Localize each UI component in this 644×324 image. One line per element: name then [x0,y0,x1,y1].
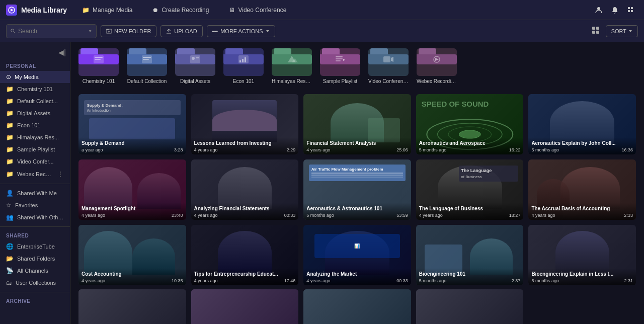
folder-default-collection[interactable]: Default Collection [127,48,167,84]
video-card-management-spotlight[interactable]: Management Spotlight 4 years ago 23:40 [78,159,186,220]
video-card-partial-4[interactable] [416,289,524,324]
sidebar-item-sample-playlist[interactable]: 📁 Sample Playlist [0,143,70,155]
upload-button[interactable]: UPLOAD [160,25,202,37]
enterprise-tube-label: EnterpriseTube [17,244,55,250]
svg-rect-25 [143,57,151,58]
video-card-aeronautics-explain[interactable]: Aeronautics Explain by John Coll... 5 mo… [528,94,636,154]
video-duration: 23:40 [172,213,183,218]
video-card-financial-statement[interactable]: Financial Statement Analysis 4 years ago… [303,94,411,154]
sidebar-item-user-collections[interactable]: 🗂 User Collections [0,277,70,289]
new-folder-button[interactable]: NEW FOLDER [101,25,156,37]
enterprise-icon: 🌐 [6,243,14,250]
video-title: Analyzing Financial Statements [194,206,296,212]
search-box[interactable] [6,24,97,38]
upload-icon [166,28,172,34]
folder-name: Video Conference Rec... [368,78,409,84]
favorites-label: Favorites [15,202,38,208]
folder-webex-recordings[interactable]: Webex Recordings [417,48,457,84]
sidebar-item-shared-with-others[interactable]: 👥 Shared With Others [0,211,70,223]
video-card-aeronautics-aerospace[interactable]: SPEED OF SOUND Aeronautics and Aerospace… [416,94,524,154]
svg-rect-27 [190,55,200,63]
video-card-analyzing-market[interactable]: 📊 Analyzing the Market 4 years ago 00:33 [303,225,411,285]
sidebar-item-digital-assets[interactable]: 📁 Digital Assets [0,107,70,119]
toolbar-right: SORT [590,24,638,38]
video-date: 5 months ago [531,147,559,152]
video-confer-label: Video Confer... [17,158,54,165]
svg-rect-22 [95,57,103,58]
svg-marker-41 [391,57,393,62]
video-conference-button[interactable]: 🖥 Video Conference [224,4,291,16]
create-recording-button[interactable]: ⏺ Create Recording [147,4,214,16]
folder-chemistry-101[interactable]: Chemistry 101 [78,48,119,84]
sidebar-divider-2 [0,226,70,227]
sidebar-item-my-media[interactable]: ⊙ My Media [0,71,70,83]
sidebar-divider-3 [0,292,70,292]
sidebar-item-shared-with-me[interactable]: 👤 Shared With Me [0,187,70,199]
video-date: 4 years ago [419,213,443,218]
user-icon-button[interactable] [592,3,606,17]
video-card-partial-3[interactable] [303,289,411,324]
sidebar-item-video-confer[interactable]: 📁 Video Confer... [0,155,70,168]
video-date: 4 years ago [531,213,555,218]
sidebar-item-econ-101[interactable]: 📁 Econ 101 [0,119,70,131]
video-card-aeronautics-astronautics[interactable]: Air Traffic Flow Management problem Aero… [303,159,411,220]
video-card-lessons-investing[interactable]: Lessons Learned from Investing 4 years a… [191,94,299,154]
nav-right-actions [592,3,638,17]
svg-line-8 [14,32,15,33]
video-card-analyzing-financial[interactable]: Analyzing Financial Statements 4 years a… [191,159,299,220]
sidebar-item-more-icon[interactable]: ⋮ [57,170,64,178]
video-duration: 10:35 [172,278,183,283]
video-card-cost-accounting[interactable]: Cost Accounting 4 years ago 10:35 [78,225,186,285]
folder-video-conference-rec[interactable]: Video Conference Rec... [368,48,409,84]
video-card-partial-1[interactable] [78,289,186,324]
folder-econ-101[interactable]: Econ 101 [223,48,264,84]
folder-icon: 📁 [6,98,14,105]
sidebar-item-default-collect[interactable]: 📁 Default Collect... [0,95,70,107]
video-card-language-business[interactable]: The Language of Business The Language of… [416,159,524,220]
folder-digital-assets[interactable]: Digital Assets [175,48,215,84]
sidebar-collapse-button[interactable]: ◀| [58,48,66,56]
apps-grid-button[interactable] [624,3,638,17]
video-title: Aeronautics Explain by John Coll... [531,140,633,146]
svg-rect-4 [631,7,633,9]
folder-sample-playlist[interactable]: Sample Playlist [320,48,360,84]
sidebar-divider-1 [0,184,70,184]
search-input[interactable] [18,28,85,35]
video-date: 4 years ago [194,278,218,283]
grid-view-button[interactable] [590,24,602,38]
video-card-accrual-basis[interactable]: The Accrual Basis of Accounting 4 years … [528,159,636,220]
folders-grid: Chemistry 101 Default Collection [78,48,636,84]
video-card-supply-demand[interactable]: Supply & Demand: An Introduction Supply … [78,94,186,154]
manage-media-button[interactable]: 📁 Manage Media [77,4,137,16]
folder-thumb [78,48,119,76]
folder-name: Digital Assets [180,78,210,84]
sidebar-item-webex-recor[interactable]: 📁 Webex Recor... ⋮ [0,168,70,181]
folder-himalayas[interactable]: Himalayas Restored [272,48,312,84]
video-duration: 18:27 [509,213,521,218]
sidebar-item-shared-folders[interactable]: 📂 Shared Folders [0,253,70,265]
video-card-tips-entrepreneurship[interactable]: Tips for Entrepreneurship Educat... 4 ye… [191,225,299,285]
sort-button[interactable]: SORT [606,25,638,37]
video-card-bioengineering-explain[interactable]: Bioengineering Explain in Less t... 5 mo… [528,225,636,285]
more-actions-button[interactable]: ••• MORE ACTIONS [207,25,275,37]
svg-point-28 [192,57,195,60]
folder-icon: 📁 [6,158,14,165]
folder-icon: 📁 [6,171,14,178]
sidebar-item-all-channels[interactable]: 📡 All Channels [0,265,70,277]
video-title: Supply & Demand [82,140,183,146]
shared-with-others-label: Shared With Others [17,214,64,220]
folder-icon: 📁 [6,134,14,141]
sidebar-item-chemistry-101[interactable]: 📁 Chemistry 101 [0,83,70,95]
new-folder-icon [106,28,112,34]
sidebar-item-favorites[interactable]: ☆ Favorites [0,199,70,211]
notifications-button[interactable] [608,3,622,17]
video-date: 4 years ago [306,147,330,152]
user-collections-label: User Collections [16,280,56,286]
sidebar-item-himalayas[interactable]: 📁 Himalayas Res... [0,131,70,143]
sidebar-item-enterprise-tube[interactable]: 🌐 EnterpriseTube [0,240,70,253]
svg-rect-32 [242,59,244,62]
video-card-partial-2[interactable] [191,289,299,324]
folder-icon: 📁 [6,86,14,93]
default-collect-label: Default Collect... [17,98,58,104]
video-card-bioengineering-101[interactable]: Bioengineering 101 5 months ago 2:37 [416,225,524,285]
